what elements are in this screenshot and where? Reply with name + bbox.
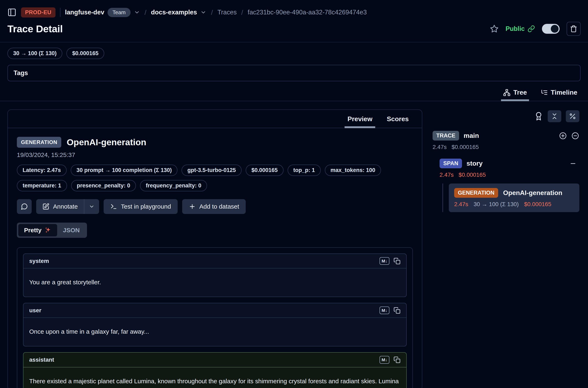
token-usage-badge: 30 → 100 (Σ 130): [7, 48, 62, 59]
panel-tabs: Preview Scores: [8, 110, 422, 128]
org-role-badge: Team: [108, 8, 131, 17]
copy-icon: [393, 307, 401, 314]
breadcrumb-separator: /: [211, 8, 213, 17]
copy-icon: [393, 356, 401, 363]
breadcrumb-org[interactable]: langfuse-dev: [65, 9, 104, 16]
annotate-label: Annotate: [53, 203, 78, 210]
trace-metrics: 2.47s $0.000165: [432, 144, 579, 150]
param-badge: frequency_penalty: 0: [140, 180, 207, 191]
markdown-toggle-button[interactable]: M↓: [380, 307, 389, 314]
collapse-span-icon[interactable]: [569, 160, 576, 167]
message-role: assistant: [29, 357, 54, 363]
param-badge: Latency: 2.47s: [17, 165, 67, 176]
param-badge: temperature: 1: [17, 180, 67, 191]
copy-button[interactable]: [393, 356, 401, 363]
tags-container[interactable]: Tags: [7, 65, 581, 81]
view-tabs: Tree Timeline: [0, 87, 588, 101]
message-content: There existed a majestic planet called L…: [23, 367, 406, 388]
add-to-dataset-button[interactable]: Add to dataset: [182, 199, 246, 214]
trace-cost: $0.000165: [452, 144, 479, 150]
format-json-button[interactable]: JSON: [57, 224, 86, 236]
tab-scores[interactable]: Scores: [385, 110, 410, 128]
percent-icon: [569, 113, 576, 120]
message-content: Once upon a time in a galaxy far, far aw…: [23, 318, 406, 346]
message-user: user M↓ Once upon a time in a galaxy far…: [23, 303, 407, 346]
collapse-all-icon[interactable]: [571, 132, 579, 140]
span-cost: $0.000165: [459, 171, 486, 178]
format-pretty-button[interactable]: Pretty: [18, 224, 57, 236]
param-badge: max_tokens: 100: [325, 165, 381, 176]
comment-icon: [21, 203, 28, 210]
trace-tree-panel: TRACE main 2.47s $0.000165: [432, 109, 581, 212]
copy-icon: [393, 258, 401, 265]
breadcrumb-project[interactable]: docs-examples: [151, 9, 197, 16]
terminal-icon: [110, 203, 117, 210]
expand-all-icon[interactable]: [559, 132, 567, 140]
breadcrumb-traces[interactable]: Traces: [218, 9, 237, 16]
param-badge: top_p: 1: [288, 165, 321, 176]
observation-title: OpenAI-generation: [67, 137, 146, 147]
span-badge: SPAN: [440, 159, 462, 168]
message-role: system: [29, 258, 49, 264]
add-to-dataset-label: Add to dataset: [200, 203, 239, 210]
message-content: You are a great storyteller.: [23, 268, 406, 297]
markdown-toggle-button[interactable]: M↓: [380, 257, 389, 265]
message-assistant: assistant M↓ There existed a majestic pl…: [23, 352, 407, 388]
copy-button[interactable]: [393, 307, 401, 314]
generation-name: OpenAI-generation: [503, 189, 562, 197]
assistant-paragraph: There existed a majestic planet called L…: [29, 376, 401, 388]
message-system: system M↓ You are a great storyteller.: [23, 253, 407, 297]
breadcrumb: PROD-EU langfuse-dev Team / docs-example…: [0, 4, 588, 20]
span-metrics: 2.47s $0.000165: [440, 171, 579, 178]
award-icon[interactable]: [534, 112, 543, 121]
copy-button[interactable]: [393, 258, 401, 265]
span-name: story: [467, 160, 482, 167]
format-toggle: Pretty JSON: [17, 223, 87, 238]
trace-latency: 2.47s: [432, 144, 447, 150]
chevron-down-icon[interactable]: [200, 9, 206, 15]
page-title: Trace Detail: [7, 23, 63, 35]
metrics-percent-button[interactable]: [566, 110, 579, 122]
public-toggle[interactable]: [542, 24, 560, 34]
tree-node-span[interactable]: SPAN story: [440, 159, 579, 168]
markdown-toggle-button[interactable]: M↓: [380, 356, 389, 364]
param-badge: presence_penalty: 0: [71, 180, 136, 191]
messages-container: system M↓ You are a great storyteller.: [17, 247, 413, 388]
collapse-all-button[interactable]: [548, 110, 561, 122]
annotate-button[interactable]: Annotate: [36, 199, 84, 214]
tab-tree[interactable]: Tree: [502, 87, 528, 101]
trash-icon: [570, 25, 577, 32]
observation-param-badges: Latency: 2.47s 30 prompt → 100 completio…: [17, 165, 413, 191]
public-label: Public: [506, 25, 525, 32]
annotate-menu-button[interactable]: [84, 199, 99, 214]
trace-badge: TRACE: [432, 131, 459, 141]
chevron-down-icon[interactable]: [134, 9, 140, 15]
test-in-playground-button[interactable]: Test in playground: [104, 199, 178, 214]
generation-cost: $0.000165: [524, 201, 551, 208]
param-badge: gpt-3.5-turbo-0125: [181, 165, 242, 176]
json-label: JSON: [63, 227, 80, 234]
trace-detail-page: PROD-EU langfuse-dev Team / docs-example…: [0, 0, 588, 388]
playground-label: Test in playground: [121, 203, 171, 210]
tree-node-trace[interactable]: TRACE main: [432, 131, 579, 141]
breadcrumb-separator: /: [241, 8, 243, 17]
tab-preview[interactable]: Preview: [346, 110, 374, 128]
breadcrumb-separator: /: [145, 8, 146, 17]
tree-node-generation-selected[interactable]: GENERATION OpenAI-generation 2.47s 30 → …: [449, 184, 579, 212]
public-link[interactable]: Public: [506, 25, 535, 32]
chevrons-collapse-icon: [551, 113, 558, 120]
sidebar-toggle-icon[interactable]: [7, 8, 17, 17]
param-badge: $0.000165: [246, 165, 284, 176]
trace-name: main: [464, 132, 479, 140]
bookmark-star-icon[interactable]: [490, 24, 498, 33]
message-role: user: [29, 307, 41, 314]
annotate-split-button: Annotate: [36, 199, 99, 214]
plus-icon: [189, 203, 196, 210]
tab-timeline-label: Timeline: [551, 89, 577, 96]
environment-badge: PROD-EU: [21, 7, 55, 18]
comment-button[interactable]: [17, 199, 32, 214]
delete-trace-button[interactable]: [567, 22, 581, 36]
chevron-down-icon: [89, 204, 94, 209]
tab-timeline[interactable]: Timeline: [539, 87, 579, 101]
tree-icon: [503, 89, 511, 96]
